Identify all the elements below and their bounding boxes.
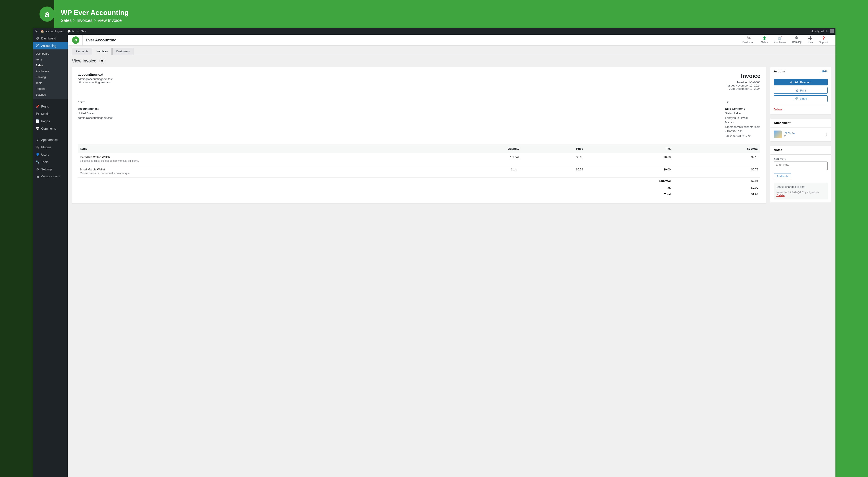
back-button[interactable]: ↺ — [99, 58, 105, 64]
inv-due-label: Due: — [728, 87, 735, 91]
collapse-menu[interactable]: ◀Collapse menu — [33, 173, 68, 180]
tab-invoices[interactable]: Invoices — [93, 48, 112, 55]
invoice-heading: Invoice — [727, 73, 761, 79]
sub-tools[interactable]: Tools — [33, 80, 68, 86]
inv-issue: November 12, 2024 — [736, 84, 761, 87]
printer-icon: 🖨 — [796, 89, 798, 92]
print-button[interactable]: 🖨Print — [774, 87, 828, 94]
col-qty: Quantity — [433, 144, 522, 153]
notes-card: Notes ADD NOTE Add Note Status changed t… — [770, 146, 831, 203]
nav-purchases[interactable]: 🛒Purchases — [771, 35, 789, 45]
share-button[interactable]: 🔗Share — [774, 95, 828, 102]
from-name: accountingnext — [78, 107, 98, 110]
item-name: Incredible Cotton Watch — [80, 156, 431, 159]
sidebar-item-comments[interactable]: 💬Comments — [33, 125, 68, 132]
nav-banking[interactable]: 🏛Banking — [789, 35, 805, 45]
sidebar-item-pages[interactable]: 📄Pages — [33, 117, 68, 125]
sidebar-item-posts[interactable]: 📌Posts — [33, 103, 68, 110]
sidebar-item-settings[interactable]: ⚙Settings — [33, 166, 68, 173]
nav-support[interactable]: ❓Support — [816, 35, 831, 45]
item-qty: 1 x km — [433, 165, 522, 177]
notes-title: Notes — [774, 148, 782, 152]
howdy-link[interactable]: Howdy, admin — [811, 29, 834, 33]
sidebar-item-appearance[interactable]: 🖌Appearance — [33, 136, 68, 143]
comments-link[interactable]: 💬 0 — [67, 30, 73, 33]
sub-items[interactable]: Items — [33, 57, 68, 62]
nav-label: Dashboard — [742, 41, 755, 44]
howdy-text: Howdy, admin — [811, 30, 829, 33]
add-note-button[interactable]: Add Note — [774, 173, 791, 179]
col-price: Price — [522, 144, 585, 153]
collapse-label: Collapse menu — [41, 175, 60, 179]
note-text: Status changed to sent — [776, 185, 825, 189]
item-desc: Minima omnis qui consequatur doloremque. — [80, 172, 431, 175]
tabbar: Payments Invoices Customers — [68, 45, 835, 55]
nav-new[interactable]: ➕New — [805, 35, 816, 45]
sidebar-item-users[interactable]: 👤Users — [33, 151, 68, 158]
to-line2: Faheyshire Hawaii — [725, 116, 748, 120]
pages-icon: 📄 — [36, 119, 39, 123]
sliders-icon: ⚙ — [36, 167, 39, 171]
add-payment-button[interactable]: ⊕Add Payment — [774, 79, 828, 86]
item-subtotal: $2.15 — [673, 153, 761, 165]
sidebar-item-label: Comments — [41, 127, 56, 130]
item-price: $5.79 — [522, 165, 585, 177]
to-country: Macao — [725, 121, 734, 124]
col-subtotal: Subtotal — [673, 144, 761, 153]
sidebar-item-label: Users — [41, 153, 49, 156]
download-icon[interactable]: ⇩ — [825, 133, 828, 137]
sub-banking[interactable]: Banking — [33, 74, 68, 80]
plug-icon: 🔌 — [36, 145, 39, 149]
ever-logo: a — [72, 36, 80, 44]
comments-icon: 💬 — [36, 127, 39, 131]
sub-reports[interactable]: Reports — [33, 86, 68, 92]
file-icon — [774, 131, 782, 138]
add-note-label: ADD NOTE — [774, 158, 828, 160]
site-name-link[interactable]: 🏠 accountingnext — [40, 30, 64, 33]
attachment-card: Attachment 7176657 20 KB ⇩ — [770, 118, 831, 141]
sidebar-item-tools[interactable]: 🔧Tools — [33, 158, 68, 166]
nav-sales[interactable]: 💲Sales — [758, 35, 771, 45]
sidebar-item-dashboard[interactable]: ⏱Dashboard — [33, 35, 68, 42]
item-tax: $0.00 — [585, 153, 673, 165]
sidebar-item-label: Media — [41, 112, 50, 115]
comments-count: 0 — [72, 30, 73, 33]
col-items: Items — [78, 144, 433, 153]
item-name: Small Marble Wallet — [80, 168, 431, 171]
share-icon: 🔗 — [795, 97, 798, 100]
wp-logo-icon[interactable]: ⓦ — [35, 29, 37, 33]
nav-dashboard[interactable]: 🏁Dashboard — [739, 35, 758, 45]
sub-settings[interactable]: Settings — [33, 92, 68, 98]
sidebar-item-label: Accounting — [41, 44, 56, 47]
sub-dashboard[interactable]: Dashboard — [33, 51, 68, 57]
to-name: Niko Corkery V — [725, 107, 745, 110]
sub-sales[interactable]: Sales — [33, 62, 68, 68]
item-subtotal: $5.79 — [673, 165, 761, 177]
ever-title: Ever Accounting — [83, 35, 117, 45]
tab-customers[interactable]: Customers — [113, 48, 133, 55]
sidebar-item-label: Appearance — [41, 138, 58, 142]
col-tax: Tax — [585, 144, 673, 153]
note-input[interactable] — [774, 162, 828, 170]
sidebar-item-plugins[interactable]: 🔌Plugins — [33, 143, 68, 151]
from-email: admin@accountingnext.test — [78, 116, 113, 120]
tot-total: $7.94 — [673, 191, 761, 198]
tab-payments[interactable]: Payments — [72, 48, 92, 55]
ever-header: a Ever Accounting 🏁Dashboard 💲Sales 🛒Pur… — [68, 35, 835, 45]
attachment-name[interactable]: 7176657 — [784, 131, 795, 135]
wp-adminbar: ⓦ 🏠 accountingnext 💬 0 ＋ New Howdy, admi… — [33, 28, 835, 35]
table-row: Small Marble WalletMinima omnis qui cons… — [78, 165, 761, 177]
plus-circle-icon: ➕ — [808, 36, 813, 40]
new-link[interactable]: ＋ New — [77, 29, 87, 33]
nav-label: New — [808, 41, 813, 44]
item-price: $2.15 — [522, 153, 585, 165]
wp-sidebar: ⏱Dashboard ⓐAccounting Dashboard Items S… — [33, 35, 68, 477]
sidebar-item-accounting[interactable]: ⓐAccounting — [33, 42, 68, 49]
delete-link[interactable]: Delete — [774, 108, 782, 111]
sub-purchases[interactable]: Purchases — [33, 68, 68, 74]
edit-link[interactable]: Edit — [822, 70, 828, 73]
note-delete[interactable]: Delete — [776, 194, 785, 197]
company-name: accountingnext — [78, 73, 113, 76]
nav-label: Purchases — [774, 41, 786, 44]
sidebar-item-media[interactable]: 🖼Media — [33, 110, 68, 117]
